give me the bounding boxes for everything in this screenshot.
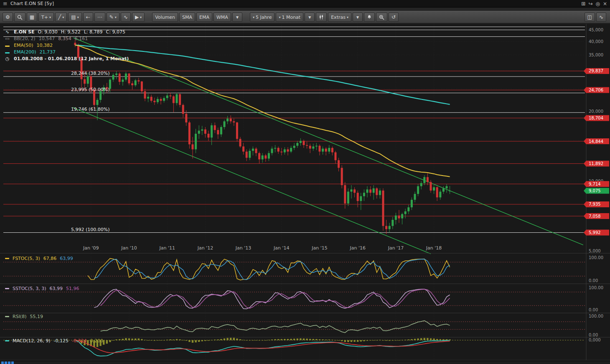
draw-tool-button-icon: ✎ [109, 15, 114, 20]
status-indicator[interactable] [1, 361, 4, 364]
indicator-caret-button-icon: ▾ [236, 15, 239, 20]
titlebar: ≡ Chart E.ON SE [5y] ⊞ ↪ ◎ × [0, 0, 610, 8]
rsi-label: RSI(8) [13, 314, 26, 319]
svg-text:Jan '16: Jan '16 [349, 245, 365, 251]
legend-row-ema200: EMA(200) 21,737 [4, 49, 129, 55]
chevron-down-icon: ▾ [77, 15, 79, 19]
fib-level-label: 28,244 (38.20%) [71, 71, 110, 76]
grid-tool-button-icon: ▦ [30, 15, 34, 20]
draw-tool-button[interactable]: ✎▾ [107, 13, 119, 22]
indicator-caret-button[interactable]: ▾ [232, 13, 242, 22]
ema50-swatch [4, 43, 10, 48]
status-indicator[interactable] [11, 361, 14, 364]
wma-button[interactable]: WMA [214, 13, 231, 22]
ohlc-open: O: 9,030 [38, 29, 58, 35]
fib-level-label: 5,992 (100.00%) [71, 227, 110, 232]
chevron-down-icon: ▾ [62, 15, 64, 19]
extras-menu-button[interactable]: Extras▾ [328, 13, 351, 22]
sstoc-series-icon [5, 288, 9, 289]
chart-type-button[interactable] [316, 13, 327, 22]
rsi-pane-label: RSI(8) 55,19 [5, 314, 43, 319]
legend-row-price: ∿ E.ON SE O: 9,030 H: 9,522 L: 8,789 C: … [4, 29, 129, 35]
alert-bell-button[interactable] [364, 13, 375, 22]
record-icon[interactable]: ◎ [595, 1, 600, 6]
date-range-label: 01.08.2008 - 01.06.2018 (12 Jahre, 1 Mon… [14, 56, 129, 61]
range-select-button[interactable]: ▾5 Jahre [250, 13, 275, 22]
zoom-in-button[interactable] [376, 13, 387, 22]
svg-text:40,000: 40,000 [589, 39, 603, 44]
status-indicator[interactable] [8, 361, 10, 364]
undo-button[interactable]: ↺ [389, 13, 399, 22]
chevron-down-icon: ▾ [347, 15, 348, 19]
svg-text:0.00: 0.00 [589, 308, 598, 312]
svg-text:Jan '09: Jan '09 [83, 245, 99, 251]
chevron-down-icon: ▾ [140, 15, 142, 19]
fib-level-label: 19,746 (61.80%) [71, 107, 110, 112]
measure-tool-button[interactable]: ⋯ [94, 13, 105, 22]
workspace-button[interactable]: ◫ [585, 13, 595, 22]
svg-text:7,058: 7,058 [589, 214, 601, 219]
curve-tool-button[interactable]: ∿ [121, 13, 131, 22]
search-tool-button[interactable] [14, 13, 25, 22]
grid-tool-button[interactable]: ▦ [27, 13, 37, 22]
svg-text:35,000: 35,000 [589, 53, 603, 57]
clock-icon: ◷ [4, 56, 10, 61]
chevron-down-icon: ▾ [253, 15, 254, 19]
svg-text:Jan '11: Jan '11 [159, 245, 175, 251]
fibonacci-tool-button[interactable]: ▤▾ [68, 13, 81, 22]
svg-text:7,935: 7,935 [589, 202, 601, 206]
line-style-button[interactable]: ∿ [596, 13, 606, 22]
extras-caret-button-icon: ▾ [356, 15, 359, 20]
trendline-tool-button[interactable]: ╱▾ [55, 13, 67, 22]
svg-text:11,892: 11,892 [589, 161, 603, 166]
svg-text:100.00: 100.00 [589, 285, 603, 290]
svg-text:Jan '14: Jan '14 [273, 245, 289, 251]
svg-text:100.00: 100.00 [589, 255, 603, 260]
series-symbol: E.ON SE [14, 29, 35, 35]
fstoc-label: FSTOC(5, 3) [13, 256, 40, 261]
svg-text:9,075: 9,075 [589, 188, 601, 193]
curve-tool-button-icon: ∿ [124, 15, 128, 20]
legend-row-bb: ▭ BB(20, 2) 10,547 8,354 6,161 [4, 36, 129, 41]
svg-text:Jan '15: Jan '15 [311, 245, 327, 251]
volumen-button[interactable]: Volumen [152, 13, 178, 22]
text-tool-button[interactable]: T+▾ [38, 13, 54, 22]
svg-text:5,000: 5,000 [589, 249, 601, 253]
fstoc-series-icon [5, 258, 9, 259]
chevron-down-icon: ▾ [115, 15, 117, 19]
interval-caret-button[interactable]: ▾ [305, 13, 315, 22]
popout-icon[interactable]: ↪ [588, 1, 592, 6]
ohlc-low: L: 8,789 [84, 29, 103, 35]
sma-button[interactable]: SMA [179, 13, 195, 22]
close-icon[interactable]: × [603, 1, 607, 6]
svg-text:0.00: 0.00 [589, 278, 598, 283]
svg-text:0,000: 0,000 [589, 338, 601, 342]
expand-icon[interactable]: ⊞ [581, 1, 585, 6]
svg-text:100.00: 100.00 [589, 314, 603, 318]
window-title: Chart E.ON SE [5y] [10, 1, 54, 6]
ema200-label: EMA(200) [14, 49, 36, 55]
extras-caret-button[interactable]: ▾ [353, 13, 363, 22]
marker-tool-button[interactable]: ▶▾ [132, 13, 145, 22]
chart-settings-button[interactable]: ⚙ [3, 13, 13, 22]
ohlc-close: C: 9,075 [106, 29, 125, 35]
interval-select-button[interactable]: ▾1 Monat [276, 13, 303, 22]
ema-button[interactable]: EMA [196, 13, 212, 22]
menu-icon[interactable]: ≡ [3, 1, 8, 6]
svg-text:Jan '10: Jan '10 [121, 245, 137, 251]
legend-row-ema50: EMA(50) 10,382 [4, 43, 129, 48]
svg-text:18,704: 18,704 [589, 116, 603, 120]
toolbar: ⚙▦T+▾╱▾▤▾⇠⋯✎▾∿▶▾VolumenSMAEMAWMA▾▾5 Jahr… [0, 11, 610, 23]
svg-text:Jan '12: Jan '12 [197, 245, 213, 251]
macd-pane-label: MACD(12, 26, 9) -0,125 -0,324 0,200 [5, 338, 103, 344]
macd-series-icon [5, 340, 9, 341]
trendline-tool-button-icon: ╱ [58, 15, 61, 20]
chart-legend: ∿ E.ON SE O: 9,030 H: 9,522 L: 8,789 C: … [4, 29, 129, 61]
statusbar [0, 361, 610, 364]
hline-tool-button[interactable]: ⇠ [83, 13, 93, 22]
interval-caret-button-icon: ▾ [308, 15, 311, 20]
status-indicator[interactable] [5, 361, 7, 364]
ema200-swatch [4, 49, 10, 55]
ema50-label: EMA(50) [14, 43, 33, 48]
svg-text:20,000: 20,000 [589, 109, 603, 114]
